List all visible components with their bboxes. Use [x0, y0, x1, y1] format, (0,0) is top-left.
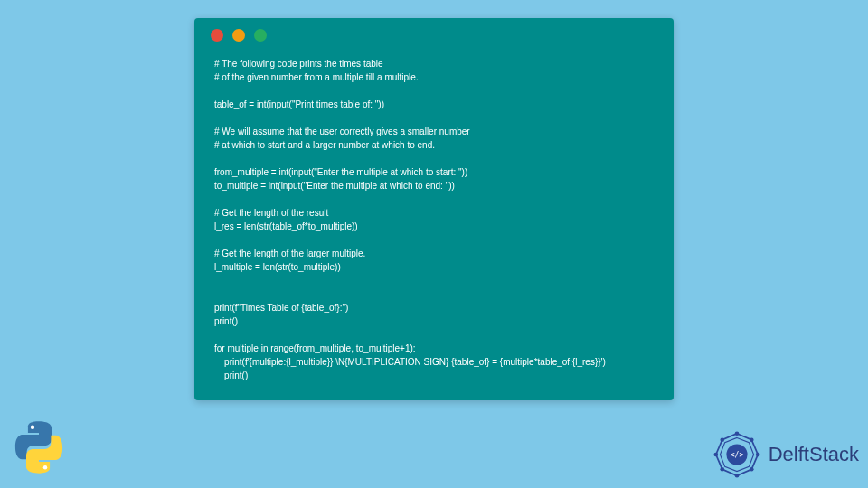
code-content: # The following code prints the times ta… — [194, 52, 674, 391]
svg-point-4 — [734, 431, 739, 436]
delftstack-text: DelftStack — [769, 443, 859, 466]
delftstack-icon: </> — [711, 428, 763, 481]
svg-text:</>: </> — [730, 450, 743, 459]
svg-point-0 — [31, 426, 34, 429]
svg-point-10 — [713, 453, 718, 457]
window-controls — [194, 18, 674, 52]
svg-point-8 — [734, 474, 739, 478]
delftstack-logo: </> DelftStack — [711, 428, 859, 481]
window-maximize-dot — [254, 29, 267, 42]
code-window: # The following code prints the times ta… — [194, 18, 674, 400]
svg-point-1 — [43, 465, 47, 469]
window-minimize-dot — [232, 29, 245, 42]
svg-point-9 — [720, 467, 724, 472]
svg-point-6 — [756, 453, 760, 457]
python-logo-icon — [7, 416, 71, 479]
svg-point-5 — [750, 437, 754, 442]
svg-point-7 — [750, 467, 754, 472]
svg-point-11 — [720, 437, 724, 442]
window-close-dot — [211, 29, 223, 42]
